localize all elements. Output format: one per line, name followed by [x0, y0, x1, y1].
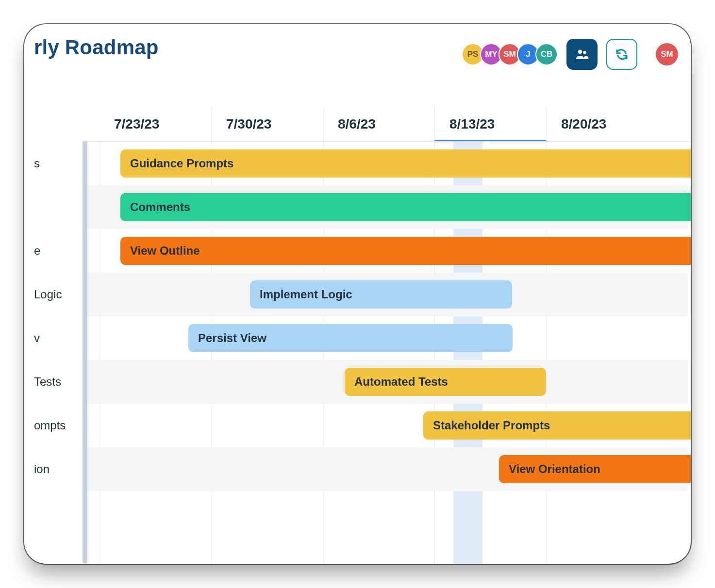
playhead-handle[interactable]	[83, 142, 87, 564]
date-label: 8/20/23	[561, 116, 606, 132]
refresh-button[interactable]	[606, 39, 637, 70]
row-label: ion	[34, 447, 50, 491]
row-labels: seLogicvTestsomptsion	[24, 107, 83, 564]
avatar-initials: PS	[467, 49, 479, 59]
date-header: 7/23/237/30/238/6/238/13/238/20/23	[83, 107, 691, 142]
share-button[interactable]	[566, 39, 598, 70]
svg-point-1	[583, 51, 586, 54]
date-label: 7/23/23	[114, 116, 159, 132]
gantt-bar[interactable]: Guidance Prompts	[120, 149, 691, 178]
gantt-bar-label: View Outline	[130, 244, 200, 258]
roadmap-card: rly Roadmap PSMYSMJCB	[24, 24, 691, 564]
refresh-icon	[615, 47, 629, 62]
date-label: 7/30/23	[226, 116, 271, 132]
header: rly Roadmap PSMYSMJCB	[24, 24, 691, 107]
page-title: rly Roadmap	[34, 36, 159, 59]
row-label: s	[34, 142, 40, 185]
gantt-bar[interactable]: View Outline	[120, 237, 691, 265]
gantt-bar[interactable]: Stakeholder Prompts	[423, 411, 691, 440]
current-week-underline	[434, 107, 546, 140]
collaborator-avatar[interactable]: CB	[535, 43, 558, 65]
row-label: v	[34, 316, 40, 360]
gantt-bar-label: Implement Logic	[260, 288, 352, 301]
date-column-header[interactable]: 7/30/23	[211, 107, 323, 142]
row-label: Tests	[34, 360, 61, 404]
gantt-bar[interactable]: Implement Logic	[250, 280, 512, 309]
gantt-grid[interactable]: Guidance PromptsCommentsView OutlineImpl…	[83, 142, 691, 564]
svg-point-0	[578, 49, 582, 54]
avatar-initials: MY	[485, 49, 498, 59]
gantt-bar[interactable]: Automated Tests	[345, 368, 546, 396]
date-label: 8/6/23	[338, 116, 376, 132]
avatar-initials: SM	[503, 49, 516, 59]
gantt-bar-label: Stakeholder Prompts	[433, 419, 550, 432]
date-column-header[interactable]: 8/20/23	[546, 107, 658, 142]
collaborator-avatars: PSMYSMJCB	[462, 43, 558, 65]
row-label: ompts	[34, 404, 66, 447]
avatar-initials: SM	[661, 49, 673, 59]
people-icon	[574, 47, 590, 62]
gantt-bar-label: Guidance Prompts	[130, 157, 233, 170]
date-column-header[interactable]: 8/6/23	[323, 107, 434, 142]
gantt-chart: seLogicvTestsomptsion 7/23/237/30/238/6/…	[24, 107, 691, 564]
row-label: Logic	[34, 273, 62, 316]
gantt-bar-label: Automated Tests	[354, 375, 448, 389]
avatar-initials: J	[526, 49, 530, 59]
gantt-bar[interactable]: View Orientation	[499, 455, 691, 483]
gantt-bar[interactable]: Persist View	[188, 324, 513, 352]
date-column-header[interactable]: 7/23/23	[100, 107, 211, 142]
avatar-initials: CB	[541, 49, 553, 59]
current-user-avatar[interactable]: SM	[656, 43, 678, 65]
gantt-bar-label: Persist View	[198, 331, 266, 345]
row-label: e	[34, 229, 40, 273]
gantt-bar-label: Comments	[130, 200, 190, 214]
gantt-bar[interactable]: Comments	[120, 193, 691, 221]
gantt-bar-label: View Orientation	[509, 462, 600, 476]
